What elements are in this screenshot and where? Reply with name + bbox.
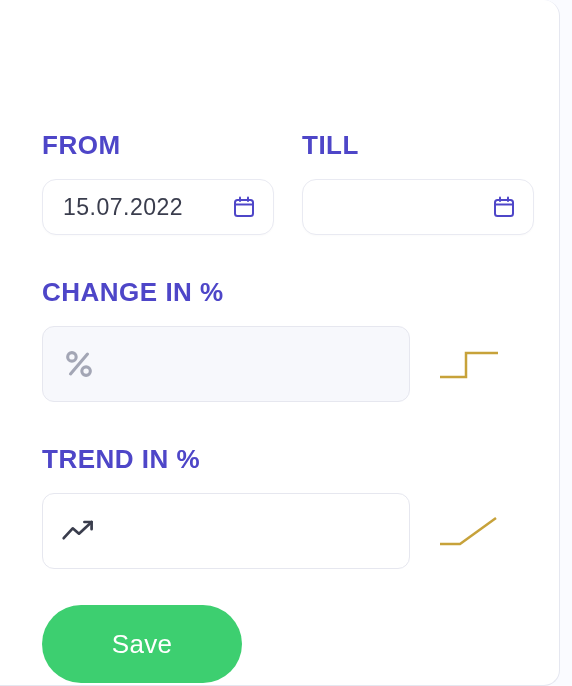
ramp-chart-icon bbox=[438, 511, 500, 551]
change-input[interactable] bbox=[42, 326, 410, 402]
form-card: FROM 15.07.2022 TILL bbox=[0, 0, 560, 686]
till-date-input[interactable] bbox=[302, 179, 534, 235]
svg-rect-4 bbox=[495, 200, 513, 216]
trend-label: TREND IN % bbox=[42, 444, 519, 475]
svg-line-10 bbox=[71, 354, 88, 374]
till-field: TILL bbox=[302, 40, 534, 235]
calendar-icon bbox=[491, 194, 517, 220]
step-chart-icon bbox=[438, 344, 500, 384]
svg-rect-0 bbox=[235, 200, 253, 216]
svg-point-9 bbox=[82, 367, 91, 376]
change-row bbox=[42, 326, 519, 402]
svg-point-8 bbox=[68, 353, 77, 362]
from-date-input[interactable]: 15.07.2022 bbox=[42, 179, 274, 235]
trend-input[interactable] bbox=[42, 493, 410, 569]
trend-row bbox=[42, 493, 519, 569]
from-date-value: 15.07.2022 bbox=[63, 194, 183, 221]
from-field: FROM 15.07.2022 bbox=[42, 40, 274, 235]
date-row: FROM 15.07.2022 TILL bbox=[42, 40, 519, 235]
from-label: FROM bbox=[42, 130, 274, 161]
trend-up-icon bbox=[61, 513, 97, 549]
change-label: CHANGE IN % bbox=[42, 277, 519, 308]
save-button[interactable]: Save bbox=[42, 605, 242, 683]
percent-icon bbox=[61, 346, 97, 382]
calendar-icon bbox=[231, 194, 257, 220]
till-label: TILL bbox=[302, 130, 534, 161]
